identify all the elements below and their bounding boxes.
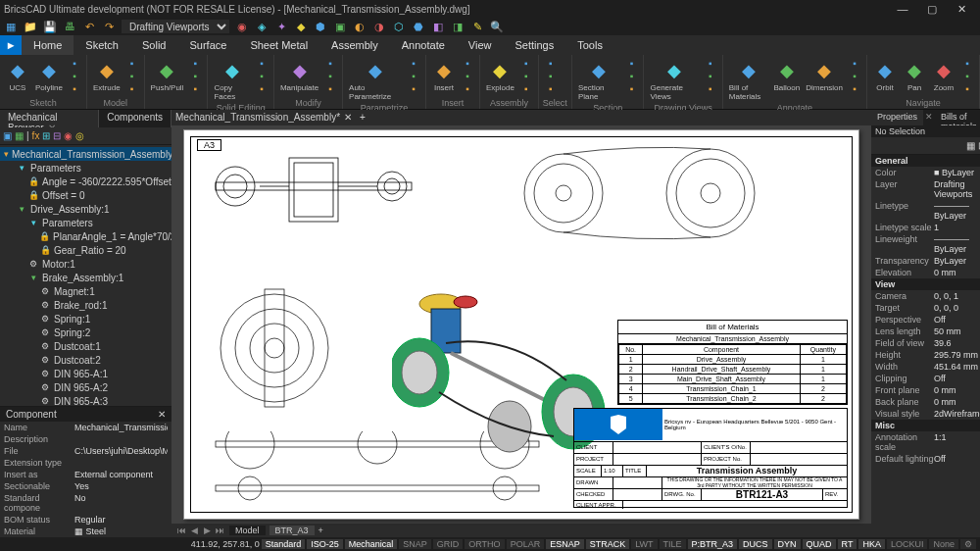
prop-tool-icon[interactable]: ▦ bbox=[966, 140, 975, 151]
status-toggle-grid[interactable]: GRID bbox=[433, 539, 464, 549]
ribbon-balloon[interactable]: ◆Balloon bbox=[772, 57, 803, 94]
ribbon-push/pull[interactable]: ◆Push/Pull bbox=[149, 57, 186, 94]
tree-item[interactable]: ⚙Spring:2 bbox=[0, 326, 172, 339]
tree-item[interactable]: ⚙Dustcoat:1 bbox=[0, 339, 172, 353]
tab-properties[interactable]: Properties bbox=[871, 110, 923, 125]
tool-icon[interactable]: ⊟ bbox=[53, 130, 61, 141]
close-button[interactable]: ✕ bbox=[947, 0, 976, 18]
menu-annotate[interactable]: Annotate bbox=[390, 35, 457, 55]
component-row[interactable]: Description bbox=[0, 433, 172, 445]
ribbon-small-icon[interactable]: ▪ bbox=[460, 57, 475, 69]
property-row[interactable]: Camera0, 0, 1 bbox=[871, 290, 980, 302]
ribbon-small-icon[interactable]: ▪ bbox=[254, 57, 270, 69]
ribbon-small-icon[interactable]: ▪ bbox=[187, 57, 203, 69]
ribbon-insert[interactable]: ◆Insert bbox=[430, 57, 458, 94]
tool-icon[interactable]: fx bbox=[32, 130, 40, 141]
property-row[interactable]: LayerDrafting Viewports bbox=[871, 178, 980, 200]
status-toggle-ducs[interactable]: DUCS bbox=[739, 539, 772, 549]
property-row[interactable]: Field of view39.6 bbox=[871, 337, 980, 349]
ribbon-small-icon[interactable]: ▪ bbox=[406, 82, 421, 94]
status-toggle-quad[interactable]: QUAD bbox=[803, 539, 836, 549]
qa-icon-4[interactable]: ◆ bbox=[294, 20, 308, 33]
status-toggle-standard[interactable]: Standard bbox=[262, 539, 306, 549]
ribbon-small-icon[interactable]: ▪ bbox=[847, 57, 862, 69]
ribbon-small-icon[interactable]: ▪ bbox=[67, 70, 82, 81]
property-row[interactable]: Visual style2dWireframe bbox=[871, 408, 980, 420]
nav-prev-icon[interactable]: ◀ bbox=[188, 526, 200, 535]
tool-icon[interactable]: ⊞ bbox=[42, 130, 50, 141]
ribbon-small-icon[interactable]: ▪ bbox=[322, 82, 338, 94]
ribbon-copy-faces[interactable]: ◆Copy Faces bbox=[212, 57, 252, 103]
redo-icon[interactable]: ↷ bbox=[102, 20, 116, 33]
qa-icon-13[interactable]: ✎ bbox=[470, 20, 484, 33]
property-row[interactable]: TransparencyByLayer bbox=[871, 255, 980, 267]
ribbon-extrude[interactable]: ◆Extrude bbox=[91, 57, 122, 94]
tab-mechanical-browser[interactable]: Mechanical Browser✕ bbox=[0, 110, 99, 127]
ribbon-generate-views[interactable]: ◆Generate Views bbox=[648, 57, 700, 103]
ribbon-small-icon[interactable]: ▪ bbox=[187, 82, 203, 94]
status-toggle-lockui[interactable]: LOCKUI bbox=[887, 539, 928, 549]
component-row[interactable]: Material▦ Steel bbox=[0, 526, 172, 537]
qa-icon-11[interactable]: ◧ bbox=[431, 20, 445, 33]
tree-item[interactable]: 🔒Offset = 0 bbox=[0, 188, 172, 202]
property-row[interactable]: Width451.64 mm bbox=[871, 361, 980, 373]
ribbon-small-icon[interactable]: ▪ bbox=[67, 82, 82, 94]
add-tab-button[interactable]: + bbox=[360, 112, 366, 123]
ribbon-small-icon[interactable]: ▪ bbox=[67, 57, 82, 69]
ribbon-small-icon[interactable]: ▪ bbox=[406, 70, 421, 81]
qa-icon-1[interactable]: ◉ bbox=[235, 20, 249, 33]
nav-last-icon[interactable]: ⏭ bbox=[214, 526, 225, 535]
ribbon-bill-of-materials[interactable]: ◆Bill of Materials bbox=[727, 57, 770, 103]
ribbon-small-icon[interactable]: ▪ bbox=[187, 70, 203, 81]
status-toggle-snap[interactable]: SNAP bbox=[399, 539, 431, 549]
status-toggle-hka[interactable]: HKA bbox=[858, 539, 885, 549]
component-row[interactable]: Insert asExternal component bbox=[0, 469, 172, 480]
qa-icon-9[interactable]: ⬡ bbox=[392, 20, 406, 33]
ribbon-small-icon[interactable]: ▪ bbox=[543, 70, 559, 81]
component-row[interactable]: FileC:\Users\juhi\Desktop\Mechanical_Tra… bbox=[0, 445, 172, 457]
tool-icon[interactable]: | bbox=[26, 130, 29, 141]
ribbon-small-icon[interactable]: ▪ bbox=[623, 82, 639, 94]
ribbon-small-icon[interactable]: ▪ bbox=[124, 57, 140, 69]
property-row[interactable]: Default lightingOff bbox=[871, 453, 980, 465]
menu-home[interactable]: Home bbox=[22, 35, 74, 55]
qa-icon-8[interactable]: ◑ bbox=[372, 20, 386, 33]
layout-tab-a3[interactable]: BTR_A3 bbox=[270, 526, 315, 535]
tree-item[interactable]: 🔒Gear_Ratio = 20 bbox=[0, 243, 172, 257]
tool-icon[interactable]: ▣ bbox=[3, 130, 12, 141]
ribbon-ucs[interactable]: ◆UCS bbox=[4, 57, 31, 94]
close-icon[interactable]: ✕ bbox=[344, 112, 352, 123]
ribbon-small-icon[interactable]: ▪ bbox=[959, 82, 975, 94]
drawing-view-side[interactable] bbox=[514, 139, 760, 247]
ribbon-small-icon[interactable]: ▪ bbox=[703, 82, 718, 94]
qa-icon-5[interactable]: ⬢ bbox=[314, 20, 327, 33]
qa-icon-3[interactable]: ✦ bbox=[274, 20, 288, 33]
tree-item[interactable]: ⚙Motor:1 bbox=[0, 257, 172, 271]
property-row[interactable]: PerspectiveOff bbox=[871, 314, 980, 326]
ribbon-polyline[interactable]: ◆Polyline bbox=[33, 57, 65, 94]
maximize-button[interactable]: ▢ bbox=[917, 0, 947, 18]
property-row[interactable]: Elevation0 mm bbox=[871, 267, 980, 278]
ribbon-orbit[interactable]: ◆Orbit bbox=[871, 57, 899, 94]
property-row[interactable]: Back plane0 mm bbox=[871, 396, 980, 408]
layer-dropdown[interactable]: Drafting Viewports bbox=[122, 20, 229, 33]
component-row[interactable]: BOM statusRegular bbox=[0, 514, 172, 526]
save-icon[interactable]: 💾 bbox=[43, 20, 57, 33]
drawing-view-top[interactable] bbox=[211, 143, 416, 236]
tree-item[interactable]: 🔒Angle = -360/2222.595*Offset bbox=[0, 175, 172, 188]
menu-view[interactable]: View bbox=[457, 35, 504, 55]
document-tab[interactable]: Mechanical_Transmission_Assembly*✕ bbox=[175, 112, 352, 123]
ribbon-dimension[interactable]: ◆Dimension bbox=[804, 57, 845, 94]
tree-item[interactable]: ⚙DIN 965-A:1 bbox=[0, 367, 172, 380]
layout-tab-model[interactable]: Model bbox=[229, 526, 266, 535]
tab-bom[interactable]: Bills of materials bbox=[935, 110, 980, 125]
menu-solid[interactable]: Solid bbox=[130, 35, 177, 55]
tree-item[interactable]: ▾Drive_Assembly:1 bbox=[0, 202, 172, 216]
tree-item[interactable]: ⚙Magnet:1 bbox=[0, 284, 172, 298]
menu-sheet-metal[interactable]: Sheet Metal bbox=[238, 35, 319, 55]
ribbon-manipulate[interactable]: ◆Manipulate bbox=[278, 57, 320, 94]
ribbon-small-icon[interactable]: ▪ bbox=[623, 57, 639, 69]
tree-item[interactable]: ▾Parameters bbox=[0, 161, 172, 175]
undo-icon[interactable]: ↶ bbox=[82, 20, 96, 33]
component-row[interactable]: NameMechanical_Transmission_Assembly bbox=[0, 422, 172, 433]
